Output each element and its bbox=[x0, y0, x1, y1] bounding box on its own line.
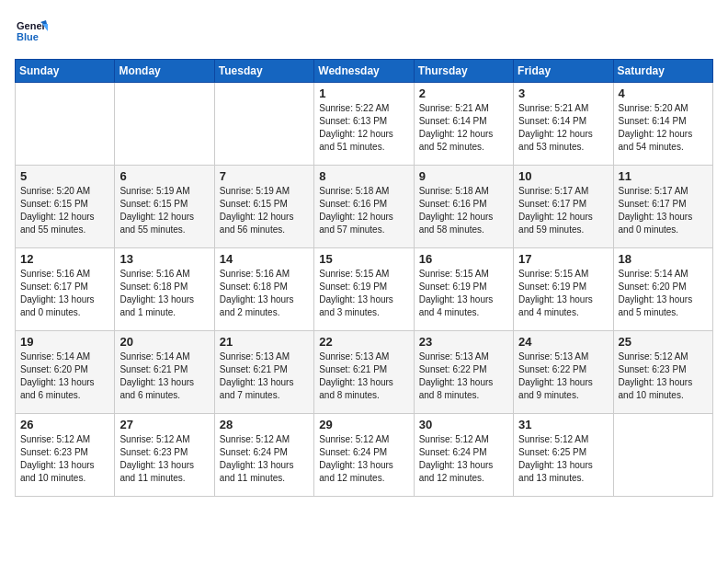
calendar-cell: 31Sunrise: 5:12 AM Sunset: 6:25 PM Dayli… bbox=[514, 414, 613, 497]
logo: General Blue bbox=[15, 15, 48, 48]
calendar-cell: 24Sunrise: 5:13 AM Sunset: 6:22 PM Dayli… bbox=[514, 331, 613, 414]
day-of-week-header: Friday bbox=[514, 60, 613, 83]
svg-text:Blue: Blue bbox=[17, 31, 39, 42]
calendar-cell: 13Sunrise: 5:16 AM Sunset: 6:18 PM Dayli… bbox=[115, 248, 214, 331]
calendar-cell: 6Sunrise: 5:19 AM Sunset: 6:15 PM Daylig… bbox=[115, 166, 214, 248]
calendar-cell: 25Sunrise: 5:12 AM Sunset: 6:23 PM Dayli… bbox=[613, 331, 712, 414]
day-number: 16 bbox=[419, 252, 508, 266]
day-info: Sunrise: 5:12 AM Sunset: 6:24 PM Dayligh… bbox=[220, 433, 309, 485]
day-number: 31 bbox=[518, 418, 608, 431]
day-number: 11 bbox=[619, 169, 708, 183]
calendar-cell: 11Sunrise: 5:17 AM Sunset: 6:17 PM Dayli… bbox=[613, 166, 712, 248]
calendar-cell bbox=[115, 83, 214, 166]
day-info: Sunrise: 5:13 AM Sunset: 6:21 PM Dayligh… bbox=[220, 350, 309, 402]
calendar-cell: 2Sunrise: 5:21 AM Sunset: 6:14 PM Daylig… bbox=[414, 83, 513, 166]
calendar-cell: 29Sunrise: 5:12 AM Sunset: 6:24 PM Dayli… bbox=[314, 414, 414, 497]
calendar-cell: 22Sunrise: 5:13 AM Sunset: 6:21 PM Dayli… bbox=[314, 331, 414, 414]
day-number: 19 bbox=[20, 335, 109, 349]
logo-icon: General Blue bbox=[15, 15, 48, 48]
calendar-cell: 17Sunrise: 5:15 AM Sunset: 6:19 PM Dayli… bbox=[514, 248, 613, 331]
day-info: Sunrise: 5:16 AM Sunset: 6:18 PM Dayligh… bbox=[119, 268, 209, 319]
day-info: Sunrise: 5:21 AM Sunset: 6:14 PM Dayligh… bbox=[518, 102, 608, 154]
day-number: 29 bbox=[319, 418, 408, 431]
day-info: Sunrise: 5:15 AM Sunset: 6:19 PM Dayligh… bbox=[419, 268, 508, 319]
calendar-cell: 5Sunrise: 5:20 AM Sunset: 6:15 PM Daylig… bbox=[16, 166, 115, 248]
calendar-cell: 9Sunrise: 5:18 AM Sunset: 6:16 PM Daylig… bbox=[414, 166, 513, 248]
day-number: 28 bbox=[220, 418, 309, 431]
day-info: Sunrise: 5:18 AM Sunset: 6:16 PM Dayligh… bbox=[419, 185, 508, 236]
day-number: 26 bbox=[20, 418, 109, 431]
day-number: 4 bbox=[619, 86, 708, 100]
day-number: 17 bbox=[518, 252, 608, 266]
calendar-cell: 7Sunrise: 5:19 AM Sunset: 6:15 PM Daylig… bbox=[214, 166, 313, 248]
day-of-week-header: Sunday bbox=[16, 60, 115, 83]
day-info: Sunrise: 5:14 AM Sunset: 6:20 PM Dayligh… bbox=[619, 268, 708, 319]
day-number: 9 bbox=[419, 169, 508, 183]
calendar-cell: 20Sunrise: 5:14 AM Sunset: 6:21 PM Dayli… bbox=[115, 331, 214, 414]
day-of-week-header: Saturday bbox=[613, 60, 712, 83]
calendar-cell: 16Sunrise: 5:15 AM Sunset: 6:19 PM Dayli… bbox=[414, 248, 513, 331]
day-info: Sunrise: 5:16 AM Sunset: 6:17 PM Dayligh… bbox=[20, 268, 109, 319]
day-info: Sunrise: 5:12 AM Sunset: 6:25 PM Dayligh… bbox=[518, 433, 608, 485]
day-of-week-header: Monday bbox=[115, 60, 214, 83]
day-of-week-header: Wednesday bbox=[314, 60, 414, 83]
calendar-cell: 10Sunrise: 5:17 AM Sunset: 6:17 PM Dayli… bbox=[514, 166, 613, 248]
day-of-week-header: Thursday bbox=[414, 60, 513, 83]
day-info: Sunrise: 5:15 AM Sunset: 6:19 PM Dayligh… bbox=[518, 268, 608, 319]
day-of-week-header: Tuesday bbox=[214, 60, 313, 83]
calendar-cell: 14Sunrise: 5:16 AM Sunset: 6:18 PM Dayli… bbox=[214, 248, 313, 331]
day-number: 23 bbox=[419, 335, 508, 349]
day-number: 5 bbox=[20, 169, 109, 183]
day-number: 27 bbox=[119, 418, 209, 431]
day-number: 22 bbox=[319, 335, 408, 349]
calendar-cell: 23Sunrise: 5:13 AM Sunset: 6:22 PM Dayli… bbox=[414, 331, 513, 414]
day-info: Sunrise: 5:21 AM Sunset: 6:14 PM Dayligh… bbox=[419, 102, 508, 154]
calendar-cell bbox=[613, 414, 712, 497]
day-number: 15 bbox=[319, 252, 408, 266]
day-number: 12 bbox=[20, 252, 109, 266]
day-info: Sunrise: 5:18 AM Sunset: 6:16 PM Dayligh… bbox=[319, 185, 408, 236]
day-info: Sunrise: 5:12 AM Sunset: 6:23 PM Dayligh… bbox=[20, 433, 109, 485]
day-info: Sunrise: 5:19 AM Sunset: 6:15 PM Dayligh… bbox=[220, 185, 309, 236]
day-info: Sunrise: 5:13 AM Sunset: 6:21 PM Dayligh… bbox=[319, 350, 408, 402]
calendar-cell: 15Sunrise: 5:15 AM Sunset: 6:19 PM Dayli… bbox=[314, 248, 414, 331]
page-header: General Blue bbox=[15, 15, 713, 48]
calendar-cell: 8Sunrise: 5:18 AM Sunset: 6:16 PM Daylig… bbox=[314, 166, 414, 248]
calendar-cell: 27Sunrise: 5:12 AM Sunset: 6:23 PM Dayli… bbox=[115, 414, 214, 497]
day-number: 6 bbox=[119, 169, 209, 183]
day-number: 20 bbox=[119, 335, 209, 349]
day-number: 13 bbox=[119, 252, 209, 266]
day-number: 3 bbox=[518, 86, 608, 100]
day-number: 24 bbox=[518, 335, 608, 349]
day-info: Sunrise: 5:15 AM Sunset: 6:19 PM Dayligh… bbox=[319, 268, 408, 319]
day-info: Sunrise: 5:12 AM Sunset: 6:23 PM Dayligh… bbox=[619, 350, 708, 402]
day-number: 1 bbox=[319, 86, 408, 100]
calendar-table: SundayMondayTuesdayWednesdayThursdayFrid… bbox=[15, 59, 713, 497]
calendar-cell: 30Sunrise: 5:12 AM Sunset: 6:24 PM Dayli… bbox=[414, 414, 513, 497]
day-info: Sunrise: 5:14 AM Sunset: 6:20 PM Dayligh… bbox=[20, 350, 109, 402]
day-info: Sunrise: 5:13 AM Sunset: 6:22 PM Dayligh… bbox=[419, 350, 508, 402]
calendar-cell bbox=[16, 83, 115, 166]
calendar-cell: 19Sunrise: 5:14 AM Sunset: 6:20 PM Dayli… bbox=[16, 331, 115, 414]
calendar-cell: 12Sunrise: 5:16 AM Sunset: 6:17 PM Dayli… bbox=[16, 248, 115, 331]
day-info: Sunrise: 5:17 AM Sunset: 6:17 PM Dayligh… bbox=[619, 185, 708, 236]
day-info: Sunrise: 5:20 AM Sunset: 6:14 PM Dayligh… bbox=[619, 102, 708, 154]
day-info: Sunrise: 5:19 AM Sunset: 6:15 PM Dayligh… bbox=[119, 185, 209, 236]
day-number: 7 bbox=[220, 169, 309, 183]
calendar-cell: 1Sunrise: 5:22 AM Sunset: 6:13 PM Daylig… bbox=[314, 83, 414, 166]
calendar-cell: 28Sunrise: 5:12 AM Sunset: 6:24 PM Dayli… bbox=[214, 414, 313, 497]
day-number: 10 bbox=[518, 169, 608, 183]
calendar-cell: 21Sunrise: 5:13 AM Sunset: 6:21 PM Dayli… bbox=[214, 331, 313, 414]
day-info: Sunrise: 5:14 AM Sunset: 6:21 PM Dayligh… bbox=[119, 350, 209, 402]
day-number: 14 bbox=[220, 252, 309, 266]
day-number: 21 bbox=[220, 335, 309, 349]
day-info: Sunrise: 5:16 AM Sunset: 6:18 PM Dayligh… bbox=[220, 268, 309, 319]
calendar-cell: 18Sunrise: 5:14 AM Sunset: 6:20 PM Dayli… bbox=[613, 248, 712, 331]
day-info: Sunrise: 5:22 AM Sunset: 6:13 PM Dayligh… bbox=[319, 102, 408, 154]
calendar-cell: 3Sunrise: 5:21 AM Sunset: 6:14 PM Daylig… bbox=[514, 83, 613, 166]
day-info: Sunrise: 5:17 AM Sunset: 6:17 PM Dayligh… bbox=[518, 185, 608, 236]
calendar-cell: 4Sunrise: 5:20 AM Sunset: 6:14 PM Daylig… bbox=[613, 83, 712, 166]
calendar-cell: 26Sunrise: 5:12 AM Sunset: 6:23 PM Dayli… bbox=[16, 414, 115, 497]
calendar-cell bbox=[214, 83, 313, 166]
day-number: 18 bbox=[619, 252, 708, 266]
